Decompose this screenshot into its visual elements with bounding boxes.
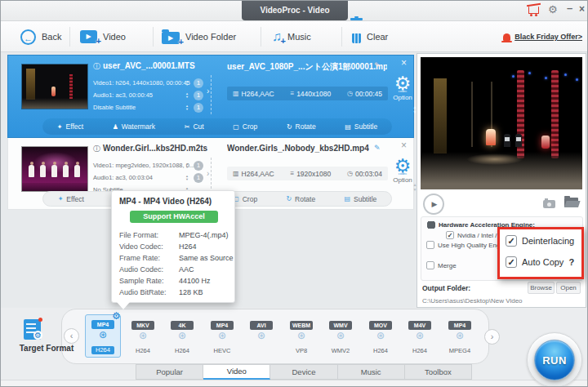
back-button[interactable]: ← Back <box>20 21 61 52</box>
settings-gear-icon[interactable]: ⚙ <box>548 3 558 16</box>
add-music-button[interactable]: ♫+ Music <box>272 21 311 52</box>
add-video-folder-button[interactable]: ▶+ Video Folder <box>162 21 236 52</box>
play-icon: ▶ <box>432 200 438 208</box>
output-folder-label: Output Folder: <box>422 284 470 292</box>
trash-icon <box>352 33 361 43</box>
cart-icon[interactable] <box>528 7 539 14</box>
info-icon[interactable]: ⓘ <box>93 145 100 153</box>
open-folder-icon[interactable] <box>564 198 578 207</box>
browse-button[interactable]: Browse <box>528 282 555 294</box>
format-codec-label: H264 <box>412 347 427 355</box>
audio-track-stepper[interactable]: ▲▼ <box>185 92 189 99</box>
audio-track-stepper[interactable]: ▲▼ <box>185 175 189 181</box>
subtitle-button[interactable]: ▤Subtitle <box>344 195 376 203</box>
high-quality-checkbox[interactable]: ✓ <box>426 241 434 249</box>
video-thumbnail <box>21 146 88 192</box>
duration-chip: ◷00:03:04 <box>347 170 382 178</box>
tooltip-row: Frame Rate:Same as Source <box>119 254 230 262</box>
effect-icon: ✦ <box>57 123 63 131</box>
format-category-tabs: Popular Video Device Music Toolbox <box>136 364 472 380</box>
gpu-checkbox[interactable]: ✓ <box>446 231 454 239</box>
deinterlacing-checkbox[interactable]: ✓ <box>506 235 517 247</box>
video-track-stepper[interactable]: ▲▼ <box>185 80 189 87</box>
watermark-button[interactable]: ♟Watermark <box>113 122 155 131</box>
add-video-icon: ▶+ <box>80 30 97 43</box>
tab-popular[interactable]: Popular <box>136 364 203 380</box>
codec-gear-icon: ⚙codec <box>385 73 420 93</box>
format-card-4k-h264[interactable]: 4K ⊛ H264 <box>166 316 198 355</box>
thumbnail-art <box>22 64 87 109</box>
black-friday-offer-link[interactable]: Black Friday Offer> <box>503 21 582 52</box>
format-container-label: MKV <box>131 321 154 330</box>
film-reel-icon: ⊛ <box>127 331 159 341</box>
offer-label: Black Friday Offer> <box>514 33 582 41</box>
notification-dot <box>38 318 42 322</box>
format-card-mov-h264[interactable]: MOV ⊛ H264 <box>364 316 397 355</box>
snapshot-camera-icon[interactable] <box>543 200 555 208</box>
run-button[interactable]: RUN <box>534 340 575 380</box>
video-thumbnail <box>21 64 88 109</box>
codec-option-button[interactable]: ⚙codec Option <box>385 156 420 184</box>
video-track-count-badge: 1 <box>194 161 203 171</box>
format-card-webm-vp8[interactable]: WEBM ⊛ VP8 <box>285 316 318 355</box>
play-button[interactable]: ▶ <box>423 194 444 215</box>
format-codec-label: H264 <box>136 347 150 355</box>
format-card-m4v-h264[interactable]: M4V ⊛ H264 <box>403 316 436 355</box>
remove-file-icon[interactable]: × <box>401 140 407 151</box>
clear-button[interactable]: Clear <box>352 21 388 52</box>
info-icon[interactable]: ⓘ <box>93 62 100 70</box>
format-card-avi[interactable]: AVI ⊛ <box>245 316 278 355</box>
arrow-right-icon: › <box>207 87 209 96</box>
scroll-formats-left-button[interactable]: ‹ <box>64 328 79 344</box>
format-card-mkv-h264[interactable]: MKV ⊛ H264 <box>127 316 159 355</box>
tab-device[interactable]: Device <box>270 364 337 380</box>
format-codec-label: H264 <box>175 347 189 355</box>
watermark-icon: ♟ <box>113 123 118 131</box>
format-card-mp4-mpeg4[interactable]: MP4 ⊛ MPEG4 <box>443 316 476 355</box>
film-reel-icon: ⊛ <box>443 331 476 341</box>
format-card-mp4-hevc[interactable]: MP4 ⊛ HEVC <box>206 316 238 355</box>
scroll-formats-right-button[interactable]: › <box>484 329 500 345</box>
codec-option-button[interactable]: ⚙codec Option <box>385 73 420 101</box>
remove-file-icon[interactable]: × <box>401 57 407 69</box>
film-icon: ▥ <box>233 170 239 177</box>
video-track-stepper[interactable]: ▲▼ <box>185 162 189 169</box>
rotate-button[interactable]: ↻Rotate <box>286 195 315 203</box>
effect-button[interactable]: ✦Effect <box>58 195 84 203</box>
tooltip-row: Video Codec:H264 <box>119 242 230 251</box>
film-reel-icon: ⊛ <box>86 330 120 340</box>
auto-copy-help-icon[interactable]: ? <box>568 257 574 267</box>
effect-button[interactable]: ✦Effect <box>57 122 83 131</box>
minimize-button[interactable]: – <box>567 2 572 14</box>
bottom-bar: ⚙ Target Format ‹ MP4 ⊛ H264 ⚙ MKV ⊛ H26… <box>1 308 588 387</box>
file-row-selected[interactable]: × ⓘuser_AVC_...00001.MTS Video1: h264, 1… <box>7 55 414 138</box>
crop-icon: ▢ <box>233 123 239 131</box>
rotate-button[interactable]: ↻Rotate <box>287 122 316 131</box>
tab-video[interactable]: Video <box>203 364 270 380</box>
tab-toolbox[interactable]: Toolbox <box>405 364 472 380</box>
auto-copy-row: ✓ Auto Copy ? <box>506 256 574 268</box>
open-button[interactable]: Open <box>556 282 581 294</box>
subtitle-button[interactable]: ▤Subtitle <box>345 122 377 131</box>
tab-music[interactable]: Music <box>338 364 405 380</box>
rename-pencil-icon[interactable]: ✎ <box>374 144 381 152</box>
tooltip-row: Sample Rate:44100 Hz <box>119 277 230 285</box>
film-reel-icon: ⊛ <box>206 331 238 341</box>
target-info-chips: ▥H264,AAC ≡1920x1080 ◷00:03:04 <box>227 167 388 180</box>
cut-icon: ✂ <box>185 123 190 131</box>
format-settings-gear-icon[interactable]: ⚙ <box>112 310 121 322</box>
add-video-button[interactable]: ▶+ Video <box>80 21 126 52</box>
format-container-label: AVI <box>250 321 273 330</box>
target-filename: Wonder.Girls_.Nobody_kbs2HD.mp4 <box>227 144 369 153</box>
merge-checkbox[interactable]: ✓ <box>426 261 434 269</box>
target-info-chips: ▥H264,AAC ≡1440x1080 ◷00:00:45 <box>227 87 388 100</box>
crop-button[interactable]: ▢Crop <box>233 195 257 203</box>
subtitle-track-stepper[interactable]: ▲▼ <box>185 105 189 111</box>
auto-copy-checkbox[interactable]: ✓ <box>506 256 517 268</box>
format-card-wmv-wmv2[interactable]: WMV ⊛ WMV2 <box>324 316 357 355</box>
close-window-button[interactable]: × <box>579 3 585 15</box>
rename-pencil-icon[interactable]: ✎ <box>374 61 381 69</box>
cut-button[interactable]: ✂Cut <box>185 122 204 131</box>
format-container-label: MP4 <box>448 321 471 330</box>
crop-button[interactable]: ▢Crop <box>233 122 257 131</box>
